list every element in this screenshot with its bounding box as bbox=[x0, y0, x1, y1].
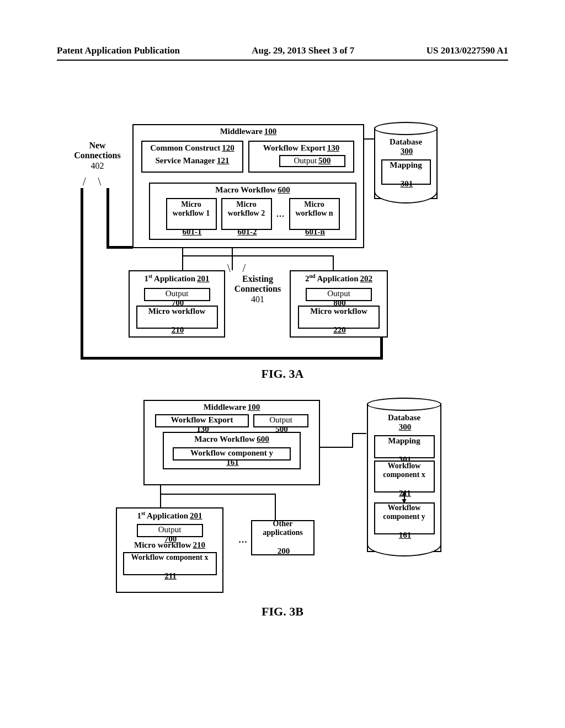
box-output-mw: Output500 bbox=[279, 155, 345, 167]
box-middleware: Middleware100 Common Construct120 Servic… bbox=[132, 124, 364, 248]
box-micro-1: Micro workflow 1601-1 bbox=[166, 198, 217, 230]
conn-new-right-v bbox=[380, 338, 383, 360]
box-app1-output: Output700 bbox=[144, 288, 210, 301]
conn-mw-db-b-h2 bbox=[352, 433, 366, 434]
box-workflow-export: Workflow Export130 Output500 bbox=[248, 141, 354, 173]
slash-existing: \ / bbox=[227, 262, 248, 275]
conn-mw-apps-h bbox=[182, 255, 334, 256]
box-app2-micro: Micro workflow220 bbox=[298, 306, 380, 329]
conn-mw-apps-b-h bbox=[160, 494, 276, 495]
conn-new-left-v bbox=[81, 188, 83, 359]
box-other-apps: Other applications200 bbox=[251, 520, 315, 555]
header-right: US 2013/0227590 A1 bbox=[427, 45, 508, 56]
label-existing-connections: Existing Connections 401 bbox=[227, 274, 288, 304]
conn-mw-app1-b-v bbox=[160, 485, 161, 507]
box-micro-2: Micro workflow 2601-2 bbox=[221, 198, 272, 230]
box-app2-a: 2nd Application202 Output800 Micro workf… bbox=[290, 270, 388, 338]
ellipsis-micros: … bbox=[276, 210, 285, 219]
figure-3b: Middleware100 Workflow Export130 Output5… bbox=[88, 394, 497, 609]
conn-mw-db-b-v bbox=[352, 433, 353, 448]
box-app1-output-b: Output700 bbox=[137, 524, 203, 537]
conn-new-mid-h bbox=[106, 246, 133, 249]
conn-mw-db-a bbox=[364, 138, 374, 140]
ellipsis-apps-b: … bbox=[238, 535, 247, 545]
conn-new-mid-v1 bbox=[106, 188, 109, 249]
box-mapping-a: Mapping301 bbox=[381, 159, 431, 185]
box-output-mw-b: Output500 bbox=[253, 414, 308, 427]
box-app2-output: Output800 bbox=[306, 288, 372, 301]
conn-new-bot-h bbox=[81, 357, 383, 360]
slash-new-conn: / \ bbox=[83, 175, 103, 188]
conn-mw-db-b-h1 bbox=[320, 447, 353, 448]
arrow-up-down: ▲ ▼ bbox=[368, 493, 440, 501]
box-app1-micro: Micro workflow210 bbox=[136, 306, 218, 329]
box-db-wf-y: Workflow component y161 bbox=[374, 502, 435, 534]
header-left: Patent Application Publication bbox=[57, 45, 180, 56]
box-mapping-b: Mapping301 bbox=[374, 435, 435, 458]
conn-mw-other-b-v bbox=[275, 494, 276, 520]
box-wf-comp-y-mw: Workflow component y161 bbox=[173, 447, 291, 461]
conn-mw-app1-v bbox=[182, 248, 183, 270]
page-header: Patent Application Publication Aug. 29, … bbox=[57, 45, 508, 61]
caption-fig-3a: FIG. 3A bbox=[0, 367, 565, 381]
box-app1-wf-x: Workflow component x211 bbox=[123, 552, 217, 575]
caption-fig-3b: FIG. 3B bbox=[0, 604, 565, 619]
label-new-connections: New Connections 402 bbox=[68, 141, 126, 171]
box-app1-a: 1st Application201 Output700 Micro workf… bbox=[129, 270, 225, 338]
box-workflow-export-b: Workflow Export130 bbox=[155, 414, 249, 427]
box-middleware-b: Middleware100 Workflow Export130 Output5… bbox=[143, 400, 320, 485]
figure-3a: New Connections 402 / \ Middleware100 Co… bbox=[72, 119, 502, 367]
conn-mw-app2-v bbox=[333, 255, 334, 270]
db-figB: Database300 Mapping301 Workflow componen… bbox=[367, 403, 441, 552]
header-center: Aug. 29, 2013 Sheet 3 of 7 bbox=[252, 45, 354, 56]
box-common-construct: Common Construct120 Service Manager121 bbox=[141, 141, 243, 173]
box-macro-b: Macro Workflow600 Workflow component y16… bbox=[163, 432, 301, 469]
box-macro-workflow: Macro Workflow600 Micro workflow 1601-1 … bbox=[149, 183, 356, 240]
box-app1-b: 1st Application201 Output700 Micro workf… bbox=[116, 507, 223, 593]
db-figA: Database300 Mapping301 bbox=[374, 127, 438, 199]
box-micro-n: Micro workflow n601-n bbox=[289, 198, 340, 230]
box-db-wf-x: Workflow component x211 bbox=[374, 461, 435, 493]
